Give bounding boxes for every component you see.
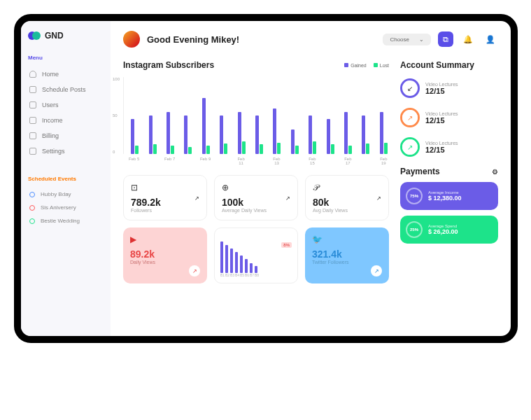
greeting: Good Evening Mikey!: [147, 34, 376, 45]
event-item[interactable]: Hubby Bday: [28, 188, 104, 201]
summary-label: Video Lectures: [425, 82, 458, 87]
dot-icon: [29, 192, 35, 197]
events-list: Hubby Bday Sis Aniversery Bestie Wedding: [28, 188, 104, 227]
event-label: Bestie Wedding: [41, 218, 80, 224]
choose-label: Choose: [390, 36, 409, 43]
nav-label: Income: [42, 117, 63, 124]
logo: GND: [28, 31, 104, 41]
trend-up-icon: ↗: [371, 265, 382, 276]
users-icon: [29, 102, 36, 108]
nav-home[interactable]: Home: [28, 66, 104, 82]
user-icon: 👤: [486, 35, 495, 44]
layers-button[interactable]: ⧉: [438, 31, 453, 47]
event-item[interactable]: Bestie Wedding: [28, 214, 104, 227]
dot-icon: [29, 218, 35, 224]
chart-title: Instagram Subscribers: [123, 60, 214, 70]
chevron-down-icon: ⌄: [419, 36, 424, 43]
trend-up-icon: ↗: [285, 195, 290, 202]
trend-up-icon: ↗: [194, 195, 199, 202]
mini-bar-chart: 8%: [220, 238, 292, 273]
mini-chart-card[interactable]: 8% B1B2B3B4B5B6B7B8: [214, 227, 298, 284]
twitter-icon: 🐦: [312, 234, 382, 244]
instagram-icon: ⊡: [131, 183, 199, 192]
legend-label: Gained: [351, 63, 367, 68]
stat-value: 100k: [222, 197, 290, 208]
logo-icon: [28, 31, 41, 40]
legend-swatch: [374, 63, 378, 67]
brand-name: GND: [45, 31, 64, 41]
summary-item[interactable]: ↙Video Lectures12/15: [400, 78, 498, 98]
nav-settings[interactable]: Settings: [28, 144, 104, 159]
billing-icon: [29, 132, 36, 139]
payments-list: 75%Average Income$ 12,380.0025%Average S…: [400, 182, 498, 244]
stat-value: 80k: [313, 197, 381, 208]
nav-schedule[interactable]: Schedule Posts: [28, 82, 104, 97]
calendar-icon: [29, 86, 36, 93]
nav-users[interactable]: Users: [28, 97, 104, 113]
sidebar: GND Menu Home Schedule Posts Users Incom…: [21, 21, 111, 336]
menu-label: Menu: [28, 55, 104, 61]
nav-label: Billing: [42, 132, 59, 139]
event-label: Hubby Bday: [41, 191, 71, 197]
stat-label: Avg Daily Views: [313, 208, 381, 213]
youtube-icon: ▶: [130, 234, 200, 244]
globe-icon: ⊕: [222, 183, 290, 192]
daily-views-card[interactable]: ⊕ 100k Average Daily Views ↗: [214, 175, 298, 220]
trend-up-icon: ↗: [376, 195, 381, 202]
pct-badge: 8%: [281, 242, 292, 248]
summary-item[interactable]: ↗Video Lectures12/15: [400, 137, 498, 157]
trend-up-icon: ↗: [189, 265, 200, 276]
nav-list: Home Schedule Posts Users Income Billing…: [28, 66, 104, 159]
payment-card[interactable]: 75%Average Income$ 12,380.00: [400, 182, 498, 210]
pinterest-icon: 𝒫: [313, 183, 381, 192]
nav-label: Users: [42, 102, 59, 108]
payment-card[interactable]: 25%Average Spend$ 26,20.00: [400, 216, 498, 244]
pct-ring: 25%: [406, 221, 423, 238]
summary-value: 12/15: [425, 116, 458, 125]
x-axis: Feb 5Feb 7Feb 9Feb 11Feb 13Feb 15Feb 17F…: [123, 157, 389, 165]
summary-item[interactable]: ↗Video Lectures12/15: [400, 108, 498, 127]
avg-views-card[interactable]: 𝒫 80k Avg Daily Views ↗: [305, 175, 389, 220]
nav-income[interactable]: Income: [28, 113, 104, 128]
chart-legend: Gained Lost: [344, 63, 389, 68]
summary-list: ↙Video Lectures12/15↗Video Lectures12/15…: [400, 78, 498, 157]
pct-ring: 75%: [406, 188, 423, 204]
home-icon: [29, 71, 36, 78]
filter-icon[interactable]: ⚙: [492, 168, 498, 176]
income-icon: [29, 117, 36, 124]
youtube-card[interactable]: ▶ 89.2k Daily Views ↗: [123, 227, 207, 284]
stat-label: Average Daily Views: [222, 208, 290, 213]
layers-icon: ⧉: [443, 35, 448, 44]
summary-label: Video Lectures: [425, 111, 458, 116]
bar-chart: 100500: [123, 77, 389, 154]
event-item[interactable]: Sis Aniversery: [28, 201, 104, 214]
stat-value: 89.2k: [130, 248, 200, 260]
stat-label: Twitter Followers: [312, 260, 382, 265]
bell-button[interactable]: 🔔: [460, 31, 476, 47]
payment-value: $ 26,20.00: [428, 228, 458, 235]
events-label: Scheduled Events: [28, 176, 104, 182]
stat-grid: ⊡ 789.2k Followers ↗ ⊕ 100k Average Dail…: [123, 175, 389, 284]
nav-billing[interactable]: Billing: [28, 128, 104, 144]
stat-label: Followers: [131, 208, 199, 213]
payment-value: $ 12,380.00: [428, 195, 462, 202]
legend-swatch: [344, 63, 348, 67]
progress-ring: ↗: [400, 108, 420, 127]
choose-dropdown[interactable]: Choose⌄: [383, 34, 431, 46]
y-axis: 100500: [113, 77, 120, 154]
progress-ring: ↗: [400, 137, 420, 157]
twitter-card[interactable]: 🐦 321.4k Twitter Followers ↗: [305, 227, 389, 284]
stat-value: 789.2k: [131, 197, 199, 208]
progress-ring: ↙: [400, 78, 420, 98]
summary-value: 12/15: [425, 87, 458, 95]
dot-icon: [29, 205, 35, 211]
followers-card[interactable]: ⊡ 789.2k Followers ↗: [123, 175, 207, 220]
stat-value: 321.4k: [312, 248, 382, 260]
profile-button[interactable]: 👤: [483, 31, 498, 47]
nav-label: Home: [42, 71, 59, 78]
nav-label: Settings: [42, 148, 65, 155]
summary-value: 12/15: [425, 146, 458, 154]
summary-label: Video Lectures: [425, 141, 458, 146]
avatar[interactable]: [123, 31, 140, 48]
nav-label: Schedule Posts: [42, 86, 86, 93]
